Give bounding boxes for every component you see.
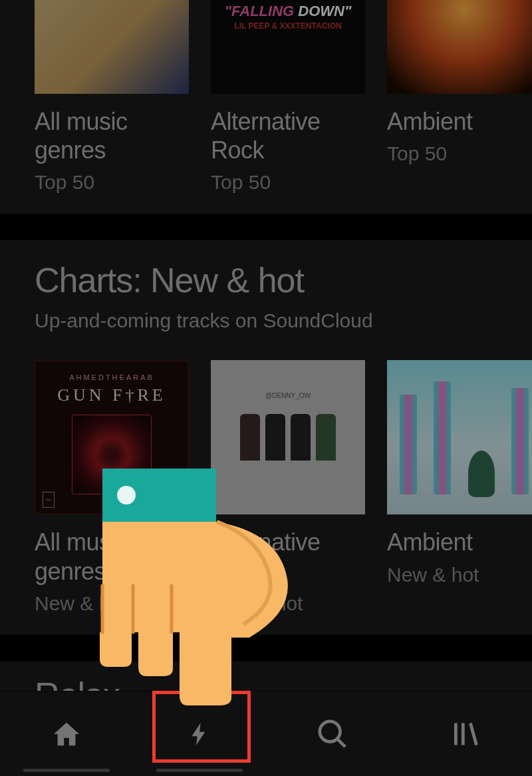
album-art: @DENNY_OW — [211, 360, 365, 514]
genre-card[interactable]: Delectatio Sunrise Ambient Top 50 — [387, 0, 532, 194]
art-text: DOWN" — [298, 3, 351, 19]
art-text: GUN F†RE — [57, 385, 166, 405]
lightning-icon — [186, 718, 213, 750]
genre-card[interactable]: AHMEDTHEARAB GUN F†RE PA All music genre… — [35, 360, 189, 614]
art-text: AHMEDTHEARAB — [69, 373, 154, 381]
top50-carousel[interactable]: All music genres Top 50 "FALLING DOWN" L… — [0, 0, 532, 194]
card-subtitle: New & hot — [35, 592, 189, 615]
card-title: Alternative Rock — [211, 107, 365, 164]
album-art — [35, 0, 189, 94]
album-art: AHMEDTHEARAB GUN F†RE PA — [35, 360, 189, 514]
card-title: Ambient — [387, 107, 532, 136]
nav-home-button[interactable] — [0, 691, 133, 776]
card-subtitle: Top 50 — [387, 142, 532, 165]
card-title: Ambient — [387, 528, 532, 556]
card-subtitle: Top 50 — [211, 171, 365, 194]
nav-library-button[interactable] — [399, 691, 532, 776]
section-charts-newhot: Charts: New & hot Up-and-coming tracks o… — [0, 240, 532, 634]
genre-card[interactable]: "FALLING DOWN" LIL PEEP & XXXTENTACION A… — [211, 0, 365, 194]
album-art: Delectatio Sunrise — [387, 0, 532, 94]
album-art — [387, 360, 532, 514]
art-text: @DENNY_OW — [265, 392, 311, 399]
genre-card[interactable]: @DENNY_OW Alternative Rock New & hot — [211, 360, 365, 614]
art-text: "FALLING — [225, 3, 295, 19]
card-subtitle: Top 50 — [35, 171, 189, 194]
genre-card[interactable]: All music genres Top 50 — [35, 0, 189, 194]
section-subtitle: Up-and-coming tracks on SoundCloud — [35, 309, 497, 332]
art-text: LIL PEEP & XXXTENTACION — [234, 21, 341, 31]
bottom-nav — [0, 691, 532, 776]
album-art: "FALLING DOWN" LIL PEEP & XXXTENTACION — [211, 0, 365, 94]
search-icon — [317, 719, 348, 749]
nav-search-button[interactable] — [266, 691, 399, 776]
parental-advisory-badge: PA — [43, 492, 55, 508]
genre-card[interactable]: Ambient New & hot — [387, 360, 532, 614]
card-subtitle: New & hot — [211, 592, 365, 615]
card-title: All music genres — [35, 528, 189, 585]
card-subtitle: New & hot — [387, 564, 532, 586]
home-icon — [51, 719, 82, 749]
card-title: Alternative Rock — [211, 528, 365, 585]
nav-stream-button[interactable] — [133, 691, 266, 776]
card-title: All music genres — [35, 107, 189, 164]
section-charts-top50: All music genres Top 50 "FALLING DOWN" L… — [0, 0, 532, 214]
section-title: Charts: New & hot — [35, 260, 497, 300]
newhot-carousel[interactable]: AHMEDTHEARAB GUN F†RE PA All music genre… — [0, 360, 532, 614]
app-screen: All music genres Top 50 "FALLING DOWN" L… — [0, 0, 532, 776]
library-icon — [450, 719, 481, 749]
